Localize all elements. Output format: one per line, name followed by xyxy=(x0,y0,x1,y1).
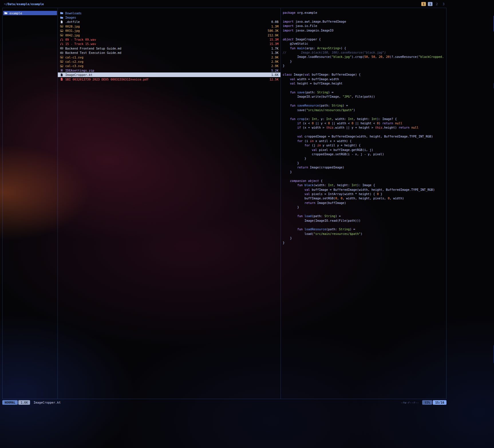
code-line: Image(ImageIO.read(File(path))) xyxy=(283,219,446,223)
code-line: val buffImage = BufferedImage(width, hei… xyxy=(283,188,446,192)
code-line: import javax.imageio.ImageIO xyxy=(283,29,446,33)
code-line: croppedImage.setRGB(i - x, j - y, pixel) xyxy=(283,152,446,157)
file-icon xyxy=(60,20,64,23)
file-size: 1.6K xyxy=(269,73,278,76)
file-size: 0.0B xyxy=(269,20,278,23)
file-row[interactable]: .dotfile0.0B xyxy=(58,20,280,24)
code-line xyxy=(283,223,446,227)
code-line xyxy=(283,130,446,135)
image-icon xyxy=(60,29,64,32)
image-icon xyxy=(60,34,64,37)
tab-2[interactable]: 2 xyxy=(434,2,439,6)
code-line xyxy=(283,68,446,73)
file-size-badge: 1.6K xyxy=(18,400,30,405)
image-icon xyxy=(60,25,64,28)
code-line: } xyxy=(283,157,446,161)
file-row[interactable]: IDEAsettings.zip5.2K xyxy=(58,68,280,72)
file-row[interactable]: Backend_Test_Execution_Guide.md1.3K xyxy=(58,51,280,55)
code-line: val height = buffImage.height xyxy=(283,82,446,86)
code-line: fun load(path: String) = xyxy=(283,214,446,219)
file-row[interactable]: cal-c1.svg2.9K xyxy=(58,55,280,59)
code-line: } xyxy=(283,205,446,210)
file-name: 15 - Track 15.wav xyxy=(65,42,96,46)
permissions-text: -rw-r--r-- xyxy=(401,401,419,404)
parent-pane: example xyxy=(3,8,58,399)
code-line: // Image.black(100, 100).saveResource("b… xyxy=(283,51,446,55)
code-line: import java.io.File xyxy=(283,24,446,28)
parent-item[interactable]: example xyxy=(3,11,57,15)
file-size: 12.5K xyxy=(267,78,278,81)
code-preview: package org.example import java.awt.imag… xyxy=(281,8,446,245)
code-line: @JvmStatic xyxy=(283,42,446,46)
code-line: if (x < 0 || y < 0 || width < 0 || heigh… xyxy=(283,121,446,126)
tab-1[interactable]: 1 xyxy=(421,2,426,6)
file-name: 0028.jpg xyxy=(65,25,80,28)
code-line: companion object { xyxy=(283,179,446,183)
code-line xyxy=(283,86,446,90)
file-row[interactable]: Images xyxy=(58,15,280,19)
file-size: 2.9K xyxy=(269,64,278,68)
folder-icon xyxy=(60,11,64,15)
code-line: } xyxy=(283,170,446,174)
folder-icon xyxy=(60,16,64,19)
file-row[interactable]: 0042.jpg212.9K xyxy=(58,33,280,37)
file-name: 0031.jpg xyxy=(65,29,80,32)
scroll-percent-badge: 93% xyxy=(422,400,432,405)
markdown-icon xyxy=(60,51,64,54)
cursor-position-badge: 15/16 xyxy=(433,400,446,405)
code-line: fun main(args: Array<String>) { xyxy=(283,46,446,51)
file-row[interactable]: SBI_0032013739_2023_DE05_0003155631Invoi… xyxy=(58,77,280,81)
file-size: 1.3K xyxy=(269,51,278,54)
code-line: class Image(val buffImage: BufferedImage… xyxy=(283,73,446,77)
code-line: } xyxy=(283,64,446,68)
file-name: Backend_Test_Execution_Guide.md xyxy=(65,51,121,54)
code-line: import java.awt.image.BufferedImage xyxy=(283,20,446,24)
code-line: package org.example xyxy=(283,11,446,15)
code-line: for (j in y until y + height) { xyxy=(283,144,446,148)
file-name: 09 - Track 09.wav xyxy=(65,38,96,41)
file-row[interactable]: Downloads xyxy=(58,11,280,15)
code-line: } xyxy=(283,60,446,64)
code-line: load("src/main/resources/$path") xyxy=(283,232,446,236)
file-name: 0042.jpg xyxy=(65,34,80,37)
file-row[interactable]: 0031.jpg586.3K xyxy=(58,29,280,33)
code-line: fun black(width: Int, height: Int): Imag… xyxy=(283,183,446,188)
code-line: fun save(path: String) = xyxy=(283,91,446,95)
image-icon xyxy=(60,60,64,63)
file-list-pane: DownloadsImages.dotfile0.0B0028.jpg1.3M0… xyxy=(58,8,281,399)
mode-badge: NORMAL xyxy=(2,400,18,405)
breadcrumb-path: ~/Data/example/example xyxy=(2,2,44,6)
code-line: ImageIO.write(buffImage, "JPG", File(pat… xyxy=(283,95,446,99)
topbar: ~/Data/example/example 1123 xyxy=(2,1,446,7)
code-line: return Image(buffImage) xyxy=(283,201,446,205)
file-name: cal-c1.svg xyxy=(65,56,83,59)
tab-3[interactable]: 3 xyxy=(441,2,446,6)
markdown-icon xyxy=(60,47,64,50)
statusbar-left: NORMAL 1.6K ImageCropper.kt xyxy=(2,400,61,405)
statusbar-right: -rw-r--r-- 93% 15/16 xyxy=(401,400,446,405)
file-row[interactable]: cal-c3.svg2.9K xyxy=(58,64,280,68)
file-size: 586.3K xyxy=(265,29,278,32)
file-row[interactable]: Backend_Frontend_Setup_Guide.md1.7K xyxy=(58,46,280,50)
file-size: 1.3M xyxy=(269,25,278,28)
tab-1[interactable]: 1 xyxy=(428,2,432,6)
code-line: val croppedImage = BufferedImage(width, … xyxy=(283,135,446,139)
file-name: Backend_Frontend_Setup_Guide.md xyxy=(65,47,121,50)
file-name: .dotfile xyxy=(65,20,80,23)
code-line: for (i in x until x + width) { xyxy=(283,139,446,144)
file-manager-window: example DownloadsImages.dotfile0.0B0028.… xyxy=(2,8,446,399)
file-row[interactable]: 09 - Track 09.wav15.3M xyxy=(58,37,280,42)
file-row[interactable]: cal-c2.svg2.9K xyxy=(58,59,280,64)
code-line: object ImageCropper { xyxy=(283,38,446,42)
file-row[interactable]: 15 - Track 15.wav15.3M xyxy=(58,42,280,46)
code-line: } xyxy=(283,241,446,245)
file-row[interactable]: ImageCropper.kt1.6K xyxy=(58,72,280,77)
file-name: Downloads xyxy=(65,11,82,15)
file-size: 2.9K xyxy=(269,60,278,63)
code-line: fun saveResource(path: String) = xyxy=(283,104,446,108)
code-line: buffImage.setRGB(0, 0, width, height, pi… xyxy=(283,197,446,201)
file-row[interactable]: 0028.jpg1.3M xyxy=(58,24,280,28)
code-line xyxy=(283,99,446,104)
code-line: if (x + width > this.width || y + height… xyxy=(283,126,446,130)
code-line: } xyxy=(283,161,446,166)
